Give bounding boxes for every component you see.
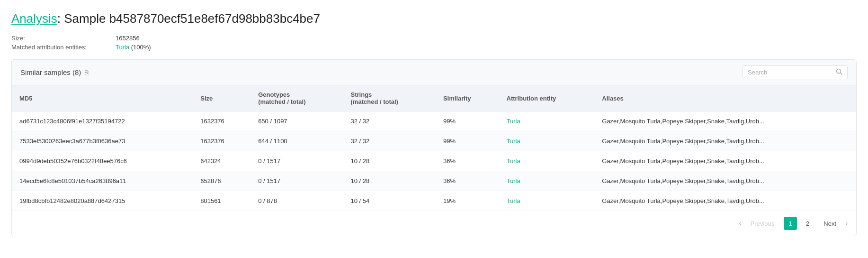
cell-similarity: 36% <box>436 151 499 171</box>
attribution-entity-link[interactable]: Turla <box>507 157 520 165</box>
table-head: MD5 Size Genotypes(matched / total) Stri… <box>12 85 856 111</box>
meta-section: Size: 1652856 Matched attribution entiti… <box>11 35 857 51</box>
cell-md5: 19fbd8cbfb12482e8020a887d6427315 <box>12 191 193 211</box>
cell-md5: ad6731c123c4806f91e1327f35194722 <box>12 111 193 131</box>
cell-strings: 32 / 32 <box>343 131 436 151</box>
table-row: 19fbd8cbfb12482e8020a887d6427315 801561 … <box>12 191 856 211</box>
table-row: 7533ef5300263eec3a677b3f0636ae73 1632376… <box>12 131 856 151</box>
cell-md5: 7533ef5300263eec3a677b3f0636ae73 <box>12 131 193 151</box>
col-size: Size <box>193 85 251 111</box>
attribution-entity-link[interactable]: Turla <box>507 177 520 184</box>
cell-attribution[interactable]: Turla <box>499 131 595 151</box>
table-header-bar: Similar samples (8) ⎘ <box>12 60 856 85</box>
similar-samples-table: MD5 Size Genotypes(matched / total) Stri… <box>12 85 856 211</box>
table-row: 0994d9deb50352e76b0322f48ee576c6 642324 … <box>12 151 856 171</box>
similar-samples-section: Similar samples (8) ⎘ MD5 Size Genotypes… <box>11 59 857 236</box>
cell-similarity: 99% <box>436 111 499 131</box>
cell-size: 642324 <box>193 151 251 171</box>
table-body: ad6731c123c4806f91e1327f35194722 1632376… <box>12 111 856 211</box>
previous-button[interactable]: Previous <box>745 217 780 230</box>
attribution-link[interactable]: Turla <box>116 44 129 51</box>
cell-similarity: 99% <box>436 131 499 151</box>
cell-size: 801561 <box>193 191 251 211</box>
cell-size: 1632376 <box>193 131 251 151</box>
cell-similarity: 36% <box>436 171 499 191</box>
cell-aliases: Gazer,Mosquito Turla,Popeye,Skipper,Snak… <box>594 191 856 211</box>
cell-genotypes: 0 / 1517 <box>251 151 343 171</box>
attribution-entity-link[interactable]: Turla <box>507 118 520 125</box>
cell-attribution[interactable]: Turla <box>499 191 595 211</box>
next-button[interactable]: Next <box>818 217 842 230</box>
cell-strings: 32 / 32 <box>343 111 436 131</box>
svg-line-1 <box>841 73 842 75</box>
cell-md5: 14ecd5e6fc8e501037b54ca263896a11 <box>12 171 193 191</box>
cell-attribution[interactable]: Turla <box>499 171 595 191</box>
page-1-button[interactable]: 1 <box>784 217 797 230</box>
cell-strings: 10 / 54 <box>343 191 436 211</box>
size-row: Size: 1652856 <box>11 35 857 42</box>
search-box <box>743 65 848 79</box>
cell-genotypes: 650 / 1097 <box>251 111 343 131</box>
cell-genotypes: 0 / 878 <box>251 191 343 211</box>
attribution-entity-link[interactable]: Turla <box>507 197 520 204</box>
cell-strings: 10 / 28 <box>343 171 436 191</box>
col-aliases: Aliases <box>594 85 856 111</box>
col-similarity: Similarity <box>436 85 499 111</box>
table-header-row: MD5 Size Genotypes(matched / total) Stri… <box>12 85 856 111</box>
cell-attribution[interactable]: Turla <box>499 111 595 131</box>
chevron-right-icon: › <box>846 220 848 227</box>
attribution-value: Turla (100%) <box>116 44 151 51</box>
copy-icon[interactable]: ⎘ <box>85 69 89 76</box>
cell-similarity: 19% <box>436 191 499 211</box>
cell-aliases: Gazer,Mosquito Turla,Popeye,Skipper,Snak… <box>594 171 856 191</box>
attribution-entity-link[interactable]: Turla <box>507 138 520 145</box>
col-attribution: Attribution entity <box>499 85 595 111</box>
cell-genotypes: 0 / 1517 <box>251 171 343 191</box>
size-value: 1652856 <box>116 35 140 42</box>
cell-aliases: Gazer,Mosquito Turla,Popeye,Skipper,Snak… <box>594 151 856 171</box>
col-md5: MD5 <box>12 85 193 111</box>
col-genotypes: Genotypes(matched / total) <box>251 85 343 111</box>
page-title: Analysis: Sample b4587870ecf51e8ef67d98b… <box>11 11 857 26</box>
col-strings: Strings(matched / total) <box>343 85 436 111</box>
attribution-label: Matched attribution entities: <box>11 44 116 51</box>
table-row: ad6731c123c4806f91e1327f35194722 1632376… <box>12 111 856 131</box>
size-label: Size: <box>11 35 116 42</box>
search-input[interactable] <box>748 69 833 76</box>
cell-attribution[interactable]: Turla <box>499 151 595 171</box>
search-icon <box>836 68 842 76</box>
table-title: Similar samples (8) ⎘ <box>20 68 89 76</box>
pagination-bar: ‹ Previous 1 2 Next › <box>12 211 856 236</box>
cell-strings: 10 / 28 <box>343 151 436 171</box>
table-row: 14ecd5e6fc8e501037b54ca263896a11 652876 … <box>12 171 856 191</box>
cell-genotypes: 644 / 1100 <box>251 131 343 151</box>
attribution-row: Matched attribution entities: Turla (100… <box>11 44 857 51</box>
cell-size: 652876 <box>193 171 251 191</box>
chevron-left-icon: ‹ <box>739 220 741 227</box>
cell-aliases: Gazer,Mosquito Turla,Popeye,Skipper,Snak… <box>594 111 856 131</box>
cell-md5: 0994d9deb50352e76b0322f48ee576c6 <box>12 151 193 171</box>
analysis-link[interactable]: Analysis <box>11 11 57 26</box>
cell-aliases: Gazer,Mosquito Turla,Popeye,Skipper,Snak… <box>594 131 856 151</box>
cell-size: 1632376 <box>193 111 251 131</box>
page-2-button[interactable]: 2 <box>801 217 814 230</box>
